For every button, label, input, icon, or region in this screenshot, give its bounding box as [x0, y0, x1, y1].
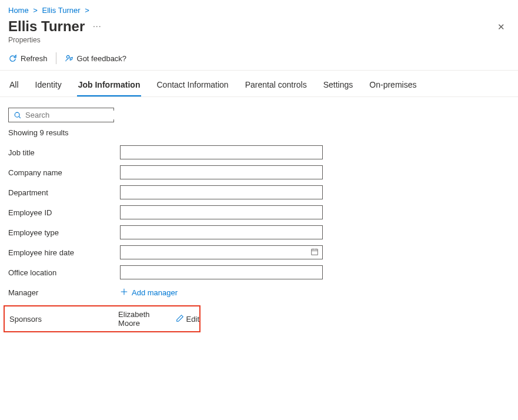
- close-button[interactable]: ✕: [493, 19, 510, 35]
- row-sponsors: Sponsors Elizabeth Moore Edit: [4, 305, 200, 332]
- input-employee-type[interactable]: [120, 225, 323, 239]
- chevron-right-icon: >: [33, 6, 38, 15]
- label-hire-date: Employee hire date: [8, 248, 120, 257]
- page-subtitle: Properties: [8, 36, 493, 44]
- row-employee-id: Employee ID: [8, 205, 510, 219]
- feedback-icon: [65, 54, 73, 63]
- refresh-icon: [8, 54, 17, 63]
- search-icon: [14, 111, 22, 119]
- label-office-location: Office location: [8, 268, 120, 277]
- breadcrumb: Home > Ellis Turner >: [0, 0, 518, 18]
- plus-icon: [120, 288, 128, 298]
- pencil-icon: [176, 314, 184, 324]
- row-company-name: Company name: [8, 165, 510, 179]
- row-employee-type: Employee type: [8, 225, 510, 239]
- label-company-name: Company name: [8, 168, 120, 177]
- tabs: All Identity Job Information Contact Inf…: [0, 73, 518, 97]
- label-manager: Manager: [8, 288, 120, 297]
- results-count: Showing 9 results: [8, 128, 510, 137]
- feedback-button[interactable]: Got feedback?: [65, 54, 127, 63]
- feedback-label: Got feedback?: [77, 54, 127, 63]
- label-employee-type: Employee type: [8, 228, 120, 237]
- refresh-label: Refresh: [21, 54, 48, 63]
- toolbar: Refresh Got feedback?: [0, 44, 518, 71]
- tab-identity[interactable]: Identity: [34, 73, 63, 96]
- edit-sponsors-button[interactable]: Edit: [176, 314, 199, 324]
- tab-parental-controls[interactable]: Parental controls: [244, 73, 308, 96]
- row-manager: Manager Add manager: [8, 285, 510, 299]
- page-header: Ellis Turner ··· Properties ✕: [0, 18, 518, 44]
- input-company-name[interactable]: [120, 165, 323, 179]
- row-office-location: Office location: [8, 265, 510, 279]
- input-employee-id[interactable]: [120, 205, 323, 219]
- sponsor-value: Elizabeth Moore: [118, 310, 172, 328]
- row-job-title: Job title: [8, 145, 510, 159]
- content: Showing 9 results Job title Company name…: [0, 97, 518, 343]
- input-hire-date-wrapper[interactable]: [120, 245, 323, 259]
- form: Job title Company name Department Employ…: [8, 145, 510, 332]
- chevron-right-icon: >: [85, 6, 89, 15]
- tab-job-information[interactable]: Job Information: [77, 73, 142, 96]
- calendar-icon[interactable]: [307, 248, 322, 258]
- page-title: Ellis Turner: [8, 18, 85, 35]
- tab-settings[interactable]: Settings: [322, 73, 355, 96]
- label-employee-id: Employee ID: [8, 208, 120, 217]
- input-office-location[interactable]: [120, 265, 323, 279]
- add-manager-button[interactable]: Add manager: [120, 288, 178, 298]
- svg-point-0: [66, 55, 69, 58]
- edit-label: Edit: [186, 315, 199, 324]
- svg-point-1: [15, 112, 19, 117]
- tab-on-premises[interactable]: On-premises: [368, 73, 417, 96]
- search-input[interactable]: [25, 111, 124, 119]
- tab-all[interactable]: All: [8, 73, 20, 96]
- separator: [56, 52, 56, 64]
- row-hire-date: Employee hire date: [8, 245, 510, 259]
- more-button[interactable]: ···: [93, 21, 102, 31]
- label-job-title: Job title: [8, 148, 120, 157]
- add-manager-label: Add manager: [132, 288, 178, 297]
- input-hire-date[interactable]: [121, 246, 307, 259]
- row-department: Department: [8, 185, 510, 199]
- close-icon: ✕: [497, 22, 505, 32]
- input-department[interactable]: [120, 185, 323, 199]
- breadcrumb-user[interactable]: Ellis Turner: [42, 6, 81, 15]
- input-job-title[interactable]: [120, 145, 323, 159]
- label-department: Department: [8, 188, 120, 197]
- breadcrumb-home[interactable]: Home: [8, 6, 29, 15]
- svg-rect-2: [312, 249, 318, 255]
- search-box[interactable]: [8, 108, 114, 122]
- tab-contact-information[interactable]: Contact Information: [155, 73, 229, 96]
- label-sponsors: Sponsors: [5, 315, 118, 324]
- refresh-button[interactable]: Refresh: [8, 54, 48, 63]
